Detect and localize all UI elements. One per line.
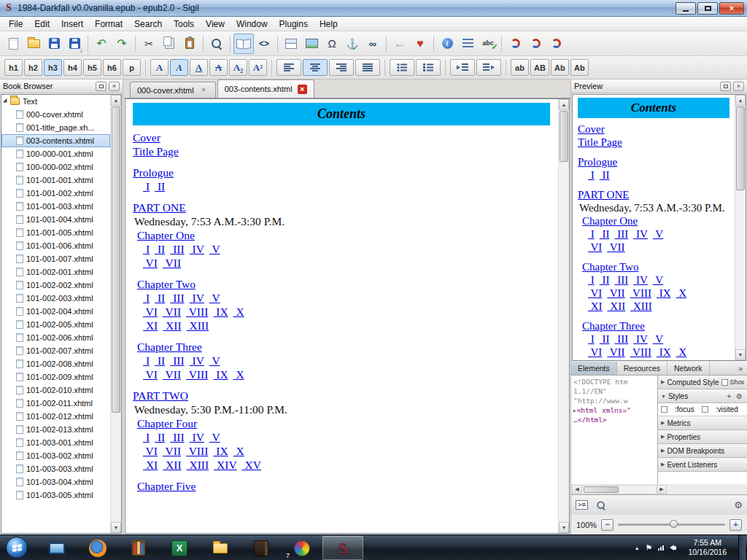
- tree-item-101-002-010-xhtml[interactable]: 101-002-010.xhtml: [1, 384, 110, 397]
- section-link-viii[interactable]: VIII: [186, 306, 208, 318]
- minimize-button[interactable]: [676, 2, 696, 15]
- section-link-v[interactable]: V: [209, 431, 220, 443]
- heading-2-button[interactable]: h2: [24, 59, 42, 76]
- paste-button[interactable]: [179, 34, 200, 54]
- panel-event-listeners[interactable]: ▶Event Listeners: [658, 458, 747, 472]
- section-link-viii[interactable]: VIII: [186, 445, 208, 457]
- close-button[interactable]: ×: [719, 2, 744, 15]
- folder-row-text[interactable]: Text: [1, 95, 121, 108]
- section-link-ix[interactable]: IX: [213, 445, 228, 457]
- scrollbar-thumb[interactable]: [584, 486, 619, 493]
- section-link-ii[interactable]: II: [155, 180, 165, 192]
- scroll-left-icon[interactable]: ◀: [573, 486, 582, 494]
- capitalize-button[interactable]: Ab: [570, 59, 589, 76]
- save-as-button[interactable]: ↓: [64, 34, 85, 54]
- panel-properties[interactable]: ▶Properties: [658, 430, 747, 444]
- tree-item-101-003-001-xhtml[interactable]: 101-003-001.xhtml: [1, 436, 110, 449]
- section-link-vii[interactable]: VII: [607, 346, 624, 358]
- taskbar-file-explorer-icon[interactable]: [200, 536, 241, 560]
- tree-item-001-title-page-xh-[interactable]: 001-title_page.xh...: [1, 121, 110, 134]
- section-link-vi[interactable]: VI: [143, 306, 158, 318]
- link-chapter-two[interactable]: Chapter Two: [582, 261, 638, 273]
- tree-item-101-001-002-xhtml[interactable]: 101-001-002.xhtml: [1, 187, 110, 200]
- taskbar-screen-capture-icon[interactable]: [36, 536, 77, 560]
- section-link-v[interactable]: V: [209, 243, 220, 255]
- styles-toolbar-icons[interactable]: + ⚙: [727, 392, 744, 400]
- link-part-one[interactable]: PART ONE: [578, 189, 629, 201]
- save-button[interactable]: [44, 34, 64, 54]
- taskbar-library-icon[interactable]: [118, 536, 159, 560]
- align-left-button[interactable]: [276, 59, 301, 76]
- section-link-xii[interactable]: XII: [608, 300, 626, 312]
- outdent-button[interactable]: [450, 59, 475, 76]
- section-link-x[interactable]: X: [233, 368, 244, 381]
- section-link-vi[interactable]: VI: [588, 287, 602, 299]
- scroll-up-icon[interactable]: ▲: [735, 95, 746, 106]
- scroll-right-icon[interactable]: ▶: [657, 486, 666, 494]
- tree-item-101-002-008-xhtml[interactable]: 101-002-008.xhtml: [1, 357, 110, 370]
- tray-flag-icon[interactable]: ⚑: [646, 543, 653, 553]
- indent-button[interactable]: [476, 59, 501, 76]
- uppercase-button[interactable]: AB: [530, 59, 549, 76]
- scroll-up-icon[interactable]: ▲: [111, 95, 121, 106]
- heading-3-button[interactable]: h3: [44, 59, 62, 76]
- insert-id-button[interactable]: ⚓: [342, 34, 363, 54]
- section-link-i[interactable]: I: [143, 354, 150, 367]
- section-link-vii[interactable]: VII: [163, 257, 181, 269]
- section-link-vi[interactable]: VI: [588, 241, 602, 253]
- zoom-out-button[interactable]: −: [601, 519, 614, 531]
- section-link-iii[interactable]: III: [170, 292, 184, 304]
- state-checkbox[interactable]: [702, 406, 708, 413]
- link-chapter-three[interactable]: Chapter Three: [137, 341, 202, 353]
- section-link-iv[interactable]: IV: [633, 333, 648, 345]
- taskbar-clock[interactable]: 7:55 AM 10/16/2016: [682, 538, 732, 557]
- tree-item-101-002-003-xhtml[interactable]: 101-002-003.xhtml: [1, 292, 110, 305]
- link-title-page[interactable]: Title Page: [133, 145, 179, 158]
- book-view-button[interactable]: [233, 34, 254, 54]
- tree-item-101-002-006-xhtml[interactable]: 101-002-006.xhtml: [1, 331, 110, 344]
- zoom-slider-thumb[interactable]: [670, 520, 678, 528]
- section-link-xi[interactable]: XI: [143, 319, 158, 332]
- devtools-tab-network[interactable]: Network: [667, 362, 710, 375]
- section-link-v[interactable]: V: [653, 274, 663, 286]
- titlecase-button[interactable]: Ab: [551, 59, 569, 76]
- heading-5-button[interactable]: h5: [83, 59, 101, 76]
- tree-item-101-002-001-xhtml[interactable]: 101-002-001.xhtml: [1, 265, 110, 279]
- section-link-iii[interactable]: III: [170, 243, 184, 255]
- taskbar-excel-icon[interactable]: X: [159, 536, 200, 560]
- back-to-link-button[interactable]: ←: [390, 34, 410, 54]
- cut-button[interactable]: ✂: [139, 34, 159, 54]
- section-link-v[interactable]: V: [209, 292, 220, 304]
- section-link-i[interactable]: I: [588, 274, 595, 286]
- menu-search[interactable]: Search: [128, 18, 168, 31]
- italic-button[interactable]: A: [170, 59, 188, 76]
- devtools-tab-resources[interactable]: Resources: [617, 362, 667, 375]
- close-panel-button[interactable]: ×: [109, 82, 120, 91]
- devtools-settings-icon[interactable]: ⚙: [734, 499, 743, 510]
- scroll-down-icon[interactable]: ▼: [559, 522, 569, 533]
- link-title-page[interactable]: Title Page: [578, 136, 622, 148]
- redo-button[interactable]: ↷: [112, 34, 132, 54]
- link-chapter-three[interactable]: Chapter Three: [582, 320, 645, 332]
- section-link-iv[interactable]: IV: [633, 274, 648, 286]
- heading-4-button[interactable]: h4: [63, 59, 82, 76]
- tree-item-101-001-007-xhtml[interactable]: 101-001-007.xhtml: [1, 252, 110, 265]
- panel-styles[interactable]: ▼Styles+ ⚙: [658, 389, 747, 403]
- new-file-button[interactable]: [3, 34, 23, 54]
- section-link-x[interactable]: X: [233, 306, 244, 318]
- panel-computed-style[interactable]: ▶Computed StyleShow inherited: [658, 376, 747, 389]
- devtools-code[interactable]: <!DOCTYPE htm1.1//EN""http://www.w▶<html…: [571, 376, 657, 484]
- section-link-v[interactable]: V: [653, 228, 663, 240]
- float-panel-button[interactable]: [720, 82, 731, 91]
- maximize-button[interactable]: [697, 2, 718, 15]
- section-link-i[interactable]: I: [143, 431, 150, 443]
- section-link-vii[interactable]: VII: [163, 306, 181, 318]
- undo-button[interactable]: ↶: [91, 34, 112, 54]
- show-inherited-checkbox[interactable]: [721, 379, 728, 386]
- section-link-i[interactable]: I: [143, 243, 150, 255]
- section-link-iv[interactable]: IV: [190, 292, 204, 304]
- section-link-iii[interactable]: III: [170, 354, 184, 367]
- panel-dom-breakpoints[interactable]: ▶DOM Breakpoints: [658, 444, 747, 458]
- tree-item-101-003-003-xhtml[interactable]: 101-003-003.xhtml: [1, 462, 110, 475]
- link-chapter-one[interactable]: Chapter One: [137, 229, 195, 241]
